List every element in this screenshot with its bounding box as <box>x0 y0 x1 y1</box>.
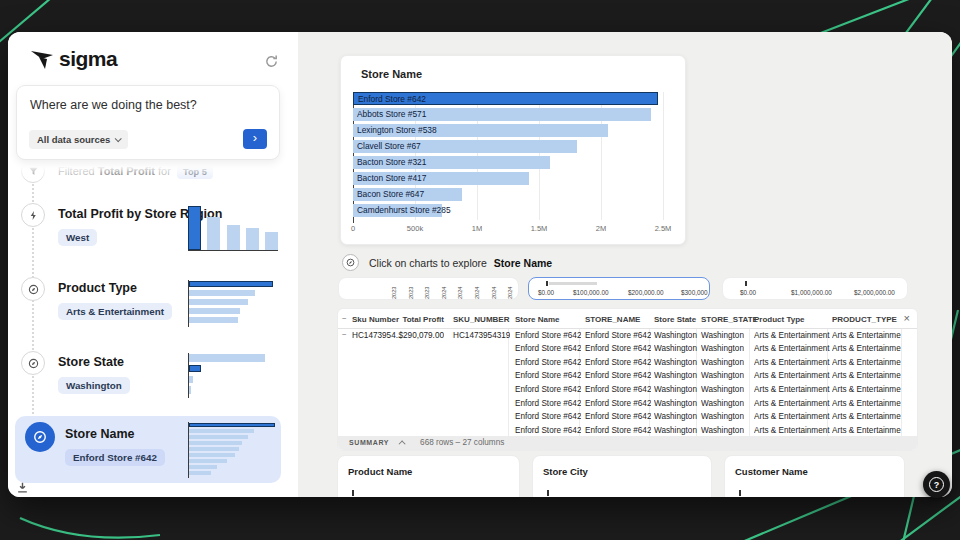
table-cell[interactable]: Enford Store #642 <box>585 371 651 380</box>
table-cell[interactable]: Washington <box>654 399 697 408</box>
column-header[interactable]: Sku Number <box>352 315 399 324</box>
store-state-mini-chart[interactable] <box>188 353 268 398</box>
table-cell[interactable]: Enford Store #642 <box>515 399 581 408</box>
table-cell[interactable]: Washington <box>701 426 744 435</box>
column-header[interactable]: Total Profit <box>394 315 444 324</box>
table-row[interactable]: Enford Store #642Enford Store #642Washin… <box>338 370 917 384</box>
region-mini-chart[interactable] <box>188 204 278 251</box>
chevron-up-icon[interactable] <box>399 441 406 448</box>
timeline-item-store-name[interactable]: Store Name Enford Store #642 <box>15 416 281 483</box>
table-cell[interactable]: Arts & Entertainment <box>754 426 830 435</box>
table-cell[interactable]: Arts & Entertainme <box>832 371 901 380</box>
prompt-question[interactable]: Where are we doing the best? <box>30 98 197 112</box>
chart-bar[interactable]: Bacton Store #417 <box>353 172 529 185</box>
store-state-badge[interactable]: Washington <box>58 377 130 394</box>
chart-bar[interactable]: Enford Store #642 <box>353 92 658 105</box>
bottom-card-store-city[interactable]: Store City <box>532 455 712 497</box>
table-cell[interactable]: Enford Store #642 <box>515 412 581 421</box>
collapse-icon[interactable]: − <box>342 314 347 323</box>
table-cell[interactable]: Arts & Entertainme <box>832 412 901 421</box>
table-cell[interactable]: Arts & Entertainment <box>754 358 830 367</box>
table-cell[interactable]: Enford Store #642 <box>515 385 581 394</box>
table-cell[interactable]: Washington <box>654 412 697 421</box>
table-cell[interactable]: Arts & Entertainment <box>754 371 830 380</box>
table-cell[interactable]: Enford Store #642 <box>515 344 581 353</box>
table-cell[interactable]: Arts & Entertainment <box>754 331 830 340</box>
table-cell[interactable]: Enford Store #642 <box>585 399 651 408</box>
table-cell[interactable]: Washington <box>701 412 744 421</box>
table-cell[interactable]: Enford Store #642 <box>585 426 651 435</box>
table-cell[interactable]: Enford Store #642 <box>515 331 581 340</box>
table-cell[interactable]: Arts & Entertainment <box>754 344 830 353</box>
table-cell[interactable]: Arts & Entertainment <box>754 412 830 421</box>
table-cell[interactable]: HC1473954319 <box>453 331 510 340</box>
partial-chart-profit-selected[interactable]: $0.00$100,000.00$200,000.00$300,000.00 <box>528 277 710 300</box>
timeline-item-store-state[interactable]: Store State <box>58 355 124 369</box>
table-cell[interactable]: Washington <box>701 385 744 394</box>
column-header[interactable]: STORE_NAME <box>585 315 640 324</box>
bottom-card-customer-name[interactable]: Customer Name <box>724 455 905 497</box>
chart-bar[interactable]: Bacton Store #321 <box>353 156 550 169</box>
table-cell[interactable]: Washington <box>701 399 744 408</box>
table-cell[interactable]: Arts & Entertainment <box>754 399 830 408</box>
table-cell[interactable]: Arts & Entertainme <box>832 358 901 367</box>
filtered-badge[interactable]: Top 5 <box>177 165 213 179</box>
table-row[interactable]: −HC1473954...$290,079.00HC1473954319Enfo… <box>338 329 917 343</box>
chart-bar[interactable]: Camdenhurst Store #285 <box>353 204 442 217</box>
product-type-badge[interactable]: Arts & Entertainment <box>58 303 172 320</box>
chart-bar[interactable]: Clavell Store #67 <box>353 140 577 153</box>
table-row[interactable]: Enford Store #642Enford Store #642Washin… <box>338 356 917 370</box>
download-icon[interactable] <box>16 480 29 493</box>
submit-button[interactable]: › <box>243 129 267 149</box>
table-cell[interactable]: Washington <box>654 331 697 340</box>
table-cell[interactable]: Washington <box>654 371 697 380</box>
table-cell[interactable]: Washington <box>701 371 744 380</box>
table-cell[interactable]: Washington <box>654 358 697 367</box>
product-type-mini-chart[interactable] <box>188 280 274 327</box>
data-source-selector[interactable]: All data sources <box>29 130 128 149</box>
column-header[interactable]: SKU_NUMBER <box>453 315 509 324</box>
table-cell[interactable]: Enford Store #642 <box>585 331 651 340</box>
table-cell[interactable]: Enford Store #642 <box>585 412 651 421</box>
column-header[interactable]: Product Type <box>754 315 805 324</box>
partial-chart-years[interactable]: 20232023202320242024202420242024 <box>338 277 519 300</box>
help-button[interactable]: ? <box>923 471 950 498</box>
column-header[interactable]: STORE_STATE <box>701 315 758 324</box>
table-cell[interactable]: Arts & Entertainme <box>832 385 901 394</box>
chart-bar[interactable]: Bacon Store #647 <box>353 188 462 201</box>
table-row[interactable]: Enford Store #642Enford Store #642Washin… <box>338 383 917 397</box>
timeline-item-product-type[interactable]: Product Type <box>58 281 137 295</box>
table-cell[interactable]: $290,079.00 <box>394 331 444 340</box>
table-cell[interactable]: Washington <box>654 344 697 353</box>
table-cell[interactable]: Arts & Entertainme <box>832 399 901 408</box>
table-row[interactable]: Enford Store #642Enford Store #642Washin… <box>338 397 917 411</box>
table-cell[interactable]: Enford Store #642 <box>585 344 651 353</box>
table-row[interactable]: Enford Store #642Enford Store #642Washin… <box>338 411 917 425</box>
table-cell[interactable]: Enford Store #642 <box>585 358 651 367</box>
timeline-item-filtered[interactable]: Filtered Total Profit for Top 5 <box>58 165 213 177</box>
column-header[interactable]: Store Name <box>515 315 559 324</box>
table-cell[interactable]: Washington <box>701 331 744 340</box>
refresh-icon[interactable] <box>264 54 279 69</box>
table-cell[interactable]: Washington <box>701 358 744 367</box>
column-header[interactable]: Store State <box>654 315 696 324</box>
table-cell[interactable]: Washington <box>654 385 697 394</box>
table-cell[interactable]: Washington <box>654 426 697 435</box>
table-cell[interactable]: Arts & Entertainme <box>832 426 901 435</box>
table-row[interactable]: Enford Store #642Enford Store #642Washin… <box>338 343 917 357</box>
table-cell[interactable]: Washington <box>701 344 744 353</box>
table-cell[interactable]: Arts & Entertainment <box>754 385 830 394</box>
table-cell[interactable]: Enford Store #642 <box>585 385 651 394</box>
table-cell[interactable]: Arts & Entertainme <box>832 344 901 353</box>
collapse-icon[interactable]: − <box>342 330 347 339</box>
close-icon[interactable]: × <box>904 313 910 323</box>
store-name-badge[interactable]: Enford Store #642 <box>65 449 165 466</box>
table-cell[interactable]: Enford Store #642 <box>515 358 581 367</box>
region-badge[interactable]: West <box>58 229 97 246</box>
chart-bar[interactable]: Abbots Store #571 <box>353 108 651 121</box>
table-cell[interactable]: Enford Store #642 <box>515 371 581 380</box>
column-header[interactable]: PRODUCT_TYPE <box>832 315 897 324</box>
partial-chart-sales[interactable]: $0.00$1,000,000.00$2,000,000.00 <box>722 277 908 300</box>
table-summary-bar[interactable]: SUMMARY 668 rows – 27 columns <box>338 436 917 451</box>
table-cell[interactable]: Enford Store #642 <box>515 426 581 435</box>
